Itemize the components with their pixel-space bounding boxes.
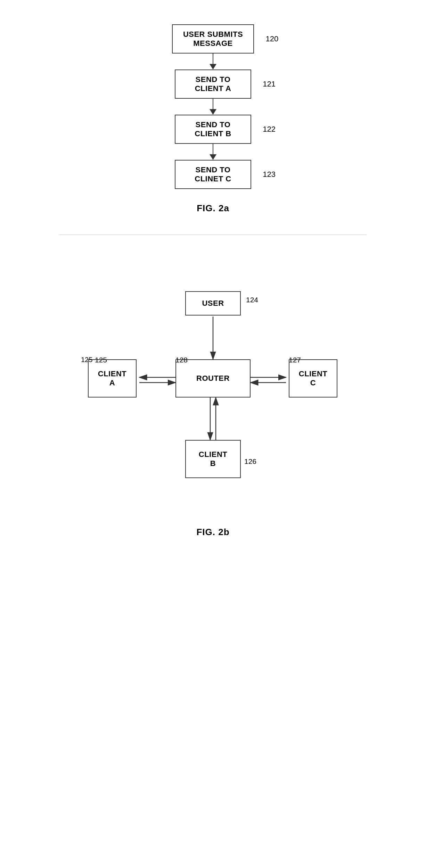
box-122: SEND TO CLIENT B [175, 115, 251, 144]
user-ref: 124 [246, 296, 258, 304]
clientA-ref: 125 [95, 356, 107, 364]
label-120: 120 [265, 34, 278, 43]
box-122-text2: CLIENT B [195, 129, 231, 138]
arrow-stem-1 [213, 54, 213, 64]
fig2b-section: USER 124 ROUTER 128 CLIENT A 125 CLIENT … [21, 270, 405, 538]
user-node: USER [185, 291, 241, 316]
clientA-ref2: 125 [81, 356, 92, 364]
clientB-line2: B [210, 459, 216, 468]
box-123-text: SEND TO [196, 165, 231, 174]
router-label: ROUTER [196, 374, 230, 383]
arrow-1 [210, 54, 216, 69]
box-120-text: USER SUBMITS [183, 30, 243, 39]
arrow-2 [210, 99, 216, 115]
clientA-line1: CLIENT [98, 369, 126, 378]
clientB-node: CLIENT B [185, 440, 241, 478]
fig2b-caption: FIG. 2b [196, 527, 229, 538]
box-121-text: SEND TO [196, 75, 231, 84]
arrow-head-3 [210, 154, 216, 160]
clientC-line1: CLIENT [299, 369, 327, 378]
box-120-wrapper: USER SUBMITS MESSAGE 120 [172, 24, 254, 54]
arrow-stem-2 [213, 99, 213, 109]
clientC-node: CLIENT C [289, 359, 337, 398]
label-123: 123 [263, 170, 276, 179]
clientB-ref: 126 [244, 457, 256, 466]
fig2a-section: USER SUBMITS MESSAGE 120 SEND TO CLIENT … [21, 24, 405, 214]
box-121-text2: CLIENT A [195, 84, 231, 93]
clientC-line2: C [310, 378, 316, 387]
box-123: SEND TO CLINET C [175, 160, 251, 189]
router-node: ROUTER [175, 359, 251, 398]
arrow-head-1 [210, 64, 216, 69]
label-122: 122 [263, 125, 276, 134]
arrow-stem-3 [213, 144, 213, 154]
user-label: USER [202, 299, 224, 308]
box-122-wrapper: SEND TO CLIENT B 122 [175, 115, 251, 144]
router-ref: 128 [175, 356, 188, 364]
section-divider [59, 235, 367, 235]
box-122-text: SEND TO [196, 120, 231, 129]
box-123-wrapper: SEND TO CLINET C 123 [175, 160, 251, 189]
clientA-node: CLIENT A [88, 359, 137, 398]
page-container: USER SUBMITS MESSAGE 120 SEND TO CLIENT … [0, 0, 426, 551]
arrow-head-2 [210, 109, 216, 115]
fig2a-caption: FIG. 2a [197, 203, 229, 214]
clientC-ref: 127 [289, 356, 301, 364]
clientA-line2: A [109, 378, 115, 387]
arrow-3 [210, 144, 216, 160]
box-121: SEND TO CLIENT A [175, 69, 251, 99]
box-120-text2: MESSAGE [193, 39, 233, 48]
box-120: USER SUBMITS MESSAGE [172, 24, 254, 54]
box-121-wrapper: SEND TO CLIENT A 121 [175, 69, 251, 99]
box-123-text2: CLINET C [195, 174, 231, 183]
fig2b-diagram: USER 124 ROUTER 128 CLIENT A 125 CLIENT … [74, 270, 352, 513]
clientB-line1: CLIENT [199, 450, 227, 459]
label-121: 121 [263, 80, 276, 89]
